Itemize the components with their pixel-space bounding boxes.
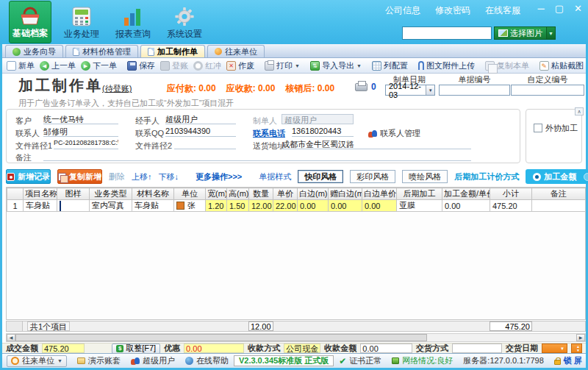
- received-input[interactable]: 0.00: [360, 344, 412, 353]
- account-set[interactable]: 演示账套: [77, 355, 121, 366]
- col-postamount[interactable]: 加工金额/单价: [442, 188, 490, 200]
- tab-business-wizard[interactable]: 业务向导: [5, 45, 63, 57]
- scrollbar-thumb[interactable]: [15, 334, 427, 341]
- contact-input[interactable]: 邹修明: [43, 127, 118, 137]
- tab-material-price[interactable]: 材料价格管理: [65, 45, 138, 57]
- outsource-checkbox[interactable]: [534, 124, 542, 132]
- cell-height[interactable]: 1.50: [227, 200, 249, 212]
- contact-manage-button[interactable]: 联系人管理: [368, 128, 420, 139]
- docno-input[interactable]: [439, 85, 510, 96]
- cell-image[interactable]: [57, 200, 90, 212]
- cell-material[interactable]: 车身贴: [132, 200, 174, 212]
- nav-basic-files[interactable]: 基础档案: [9, 1, 51, 43]
- delivery-date-spinner[interactable]: [571, 344, 582, 353]
- outsource-option[interactable]: 外协加工: [534, 123, 578, 134]
- nav-settings[interactable]: 系统设置: [163, 1, 206, 43]
- close-button[interactable]: ✕: [574, 3, 582, 15]
- column-config-button[interactable]: 列配置: [372, 60, 408, 71]
- delete-row-link[interactable]: 删除: [109, 171, 125, 182]
- discount-input[interactable]: 0.00: [184, 344, 244, 353]
- select-image-button[interactable]: 选择图片: [494, 26, 547, 40]
- round-button[interactable]: $取整[F7]: [112, 344, 160, 354]
- cell-price[interactable]: 22.00: [273, 200, 298, 212]
- tab-processing-order[interactable]: 加工制作单: [140, 45, 205, 57]
- nav-reports[interactable]: 报表查询: [112, 1, 154, 43]
- col-width[interactable]: 宽(m): [206, 188, 227, 200]
- col-rownum[interactable]: [7, 188, 24, 200]
- cell-postprocess[interactable]: 亚膜: [397, 200, 442, 212]
- add-record-button[interactable]: 新增记录: [6, 169, 51, 184]
- cell-giftwhite[interactable]: 0.00: [329, 200, 362, 212]
- col-giftwhite[interactable]: 赠白边(m): [329, 188, 362, 200]
- lock-screen-button[interactable]: 锁屏: [554, 355, 584, 366]
- save-button[interactable]: 保存: [127, 60, 155, 71]
- style-colorprint-button[interactable]: 彩印风格: [350, 170, 395, 183]
- next-order-button[interactable]: ▶下一单: [81, 60, 117, 71]
- col-unit[interactable]: 单位: [174, 188, 206, 200]
- col-material[interactable]: 材料名称: [132, 188, 174, 200]
- phone-link[interactable]: 联系电话: [253, 128, 285, 139]
- path2-input[interactable]: [174, 139, 236, 149]
- remark-input[interactable]: [43, 151, 471, 161]
- move-up-link[interactable]: 上移↑: [132, 171, 152, 182]
- cell-white[interactable]: 0.00: [298, 200, 329, 212]
- maximize-button[interactable]: ▢: [555, 3, 564, 15]
- pay-method-input[interactable]: 公司现金: [284, 344, 320, 353]
- col-height[interactable]: 高(m): [227, 188, 249, 200]
- col-white[interactable]: 白边(m): [298, 188, 329, 200]
- scroll-right-icon[interactable]: ▶: [576, 334, 585, 341]
- pricing-unitprice-radio[interactable]: 加工单价: [584, 171, 588, 182]
- col-postprocess[interactable]: 后期加工: [397, 188, 442, 200]
- table-row[interactable]: 1 车身贴 室内写真 车身贴 张 1.20 1.50 12.00 22.00 0…: [7, 200, 586, 212]
- path1-input[interactable]: PC-201208281738:C:\Users: [54, 139, 118, 149]
- collapse-panel-button[interactable]: ∧: [575, 107, 584, 115]
- qq-input[interactable]: 2103944390: [165, 127, 236, 137]
- date-dropdown-icon[interactable]: ▼: [426, 85, 434, 95]
- change-password-link[interactable]: 修改密码: [435, 4, 470, 17]
- image-search-input[interactable]: [402, 26, 492, 40]
- online-help[interactable]: 在线帮助: [185, 355, 229, 366]
- cell-width[interactable]: 1.20: [206, 200, 227, 212]
- cell-remark[interactable]: [532, 200, 586, 212]
- select-image-dropdown[interactable]: ▼: [547, 26, 556, 40]
- address-input[interactable]: 成都市金牛区蜀汉路: [282, 139, 471, 149]
- cell-whiteprice[interactable]: 0.00: [362, 200, 397, 212]
- new-order-button[interactable]: 新单: [7, 60, 35, 71]
- col-name[interactable]: 项目名称: [24, 188, 57, 200]
- move-down-link[interactable]: 下移↓: [159, 171, 179, 182]
- delivery-method-input[interactable]: [452, 344, 502, 353]
- current-user[interactable]: 超级用户: [131, 355, 175, 366]
- col-qty[interactable]: 数量: [249, 188, 273, 200]
- void-button[interactable]: ✕作废: [226, 60, 254, 71]
- cell-name[interactable]: 车身贴: [24, 200, 57, 212]
- online-service-link[interactable]: 在线客服: [485, 4, 520, 17]
- tab-partners[interactable]: 往来单位: [207, 45, 265, 57]
- handler-input[interactable]: 超级用户: [165, 114, 236, 124]
- pricing-amount-radio[interactable]: 加工金额: [533, 171, 576, 182]
- copy-add-button[interactable]: 复制新增: [57, 169, 102, 184]
- print-button[interactable]: 打印▼: [265, 60, 300, 71]
- printer-icon[interactable]: [355, 83, 368, 91]
- nav-business[interactable]: 业务处理: [60, 1, 103, 43]
- import-export-button[interactable]: ⇅导入导出▼: [310, 60, 362, 71]
- col-biztype[interactable]: 业务类型: [90, 188, 132, 200]
- col-image[interactable]: 图样: [57, 188, 90, 200]
- style-inkjet-button[interactable]: 喷绘风格: [402, 170, 448, 183]
- horizontal-scrollbar[interactable]: ◀ ▶: [6, 333, 586, 342]
- phone-input[interactable]: 13618020443: [292, 127, 354, 137]
- posting-status-link[interactable]: (待登账): [102, 83, 132, 94]
- scroll-left-icon[interactable]: ◀: [7, 334, 15, 341]
- order-date-combo[interactable]: 2014-12-03 ▼: [385, 85, 435, 96]
- col-price[interactable]: 单价: [273, 188, 298, 200]
- col-subtotal[interactable]: 小计: [490, 188, 532, 200]
- partners-button[interactable]: 往来单位▼: [7, 355, 67, 367]
- cell-postamount[interactable]: 0.00: [442, 200, 490, 212]
- company-info-link[interactable]: 公司信息: [385, 4, 420, 17]
- deal-amount-input[interactable]: 475.20: [42, 344, 85, 353]
- prev-order-button[interactable]: ◀上一单: [40, 60, 76, 71]
- paste-screenshot-button[interactable]: ✎粘贴截图: [539, 60, 584, 71]
- customer-input[interactable]: 统一优马特: [43, 114, 118, 124]
- cell-subtotal[interactable]: 475.20: [490, 200, 532, 212]
- color-swatch-icon[interactable]: [176, 202, 184, 210]
- col-whiteprice[interactable]: 白边单价: [362, 188, 397, 200]
